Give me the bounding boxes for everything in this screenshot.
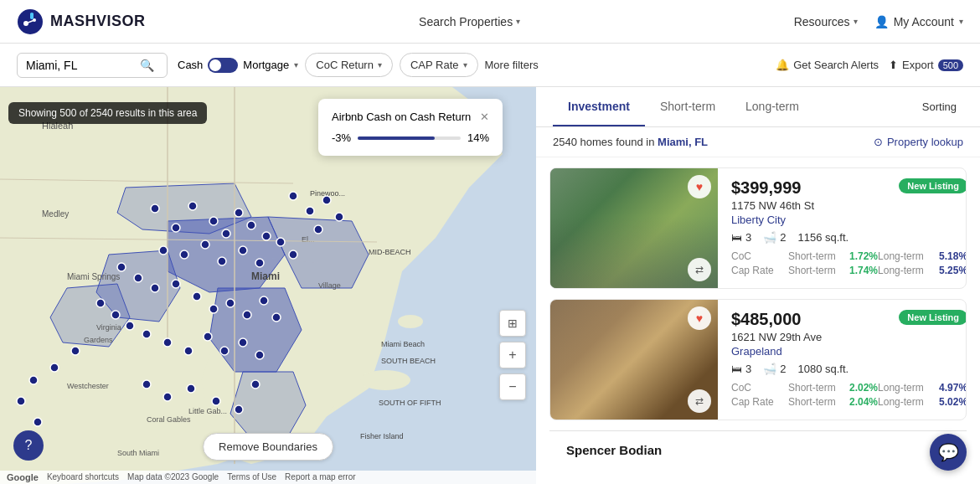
tab-investment[interactable]: Investment [553, 88, 645, 126]
beds-spec-1: 🛏 3 [731, 231, 751, 244]
cap-short-value-2: 2.04% [849, 396, 878, 408]
export-button[interactable]: ⬆ Export 500 [889, 59, 963, 71]
card-neighborhood-1[interactable]: Liberty City [731, 214, 967, 226]
svg-point-75 [142, 380, 151, 389]
coc-short-type-1: Short-term [788, 250, 843, 262]
export-icon: ⬆ [889, 59, 898, 71]
filter-popup-close-icon[interactable]: ✕ [480, 111, 489, 123]
card-details-2: $485,000 New Listing 1621 NW 29th Ave Gr… [728, 300, 967, 420]
get-search-alerts-button[interactable]: 🔔 Get Search Alerts [776, 59, 879, 71]
resources-label: Resources [794, 15, 850, 28]
card-image-1: ♥ ⇄ [550, 168, 718, 288]
card-neighborhood-2[interactable]: Grapeland [731, 345, 967, 358]
card-metrics-2: CoC Short-term 2.02% Long-term 4.97% Cap… [731, 382, 967, 408]
remove-boundaries-button[interactable]: Remove Boundaries [203, 433, 333, 461]
favorite-button-1[interactable]: ♥ [688, 175, 711, 198]
map-controls: ⊞ + − [499, 310, 526, 400]
svg-point-42 [209, 217, 218, 225]
compare-button-2[interactable]: ⇄ [688, 389, 711, 413]
property-lookup-button[interactable]: ⊙ Property lookup [874, 136, 963, 148]
keyboard-shortcuts-link[interactable]: Keyboard shortcuts [47, 472, 119, 482]
svg-point-39 [151, 204, 159, 213]
property-card: ♥ ⇄ $399,999 New Listing 1175 NW 46th St… [549, 167, 967, 289]
compare-button-1[interactable]: ⇄ [688, 258, 711, 281]
resources-button[interactable]: Resources ▾ [794, 15, 858, 28]
map-showing-text: Showing 500 of 2540 results in this area [18, 107, 197, 119]
cap-short-type-1: Short-term [788, 265, 843, 276]
svg-point-83 [29, 376, 38, 384]
svg-point-50 [218, 257, 226, 265]
svg-text:Gardens: Gardens [84, 336, 113, 344]
location-input[interactable] [26, 59, 135, 72]
right-panel-wrapper: Investment Short-term Long-term Sorting … [536, 87, 980, 484]
more-filters-button[interactable]: More filters [485, 54, 539, 76]
sqft-2: 1080 sq.ft. [797, 363, 848, 375]
svg-point-81 [71, 347, 80, 355]
favorite-button-2[interactable]: ♥ [688, 306, 711, 330]
svg-point-48 [180, 250, 188, 259]
new-listing-badge-1: New Listing [899, 178, 967, 193]
cash-mortgage-toggle[interactable] [208, 58, 238, 73]
svg-point-82 [50, 363, 59, 372]
card-address-2: 1621 NW 29th Ave [731, 331, 967, 343]
svg-point-69 [163, 338, 172, 347]
bath-icon-1: 🛁 [763, 231, 776, 244]
card-details-1: $399,999 New Listing 1175 NW 46th St Lib… [728, 168, 967, 288]
svg-point-59 [193, 292, 201, 301]
map-zoom-out-button[interactable]: − [499, 373, 526, 400]
search-icon[interactable]: 🔍 [140, 59, 154, 72]
bed-icon-1: 🛏 [731, 231, 742, 244]
tab-long-term[interactable]: Long-term [730, 88, 814, 126]
cap-metric-1: Cap Rate Short-term 1.74% [731, 265, 878, 276]
svg-point-63 [260, 296, 268, 305]
chat-button[interactable]: 💬 [930, 434, 967, 471]
search-bar: 🔍 Cash Mortgage ▾ CoC Return ▾ CAP Rate … [0, 44, 980, 87]
account-icon: 👤 [874, 15, 889, 28]
map-zoom-in-button[interactable]: + [499, 342, 526, 368]
sqft-1: 1156 sq.ft. [797, 231, 848, 244]
svg-point-46 [262, 232, 271, 240]
filter-popup-header: Airbnb Cash on Cash Return ✕ [332, 111, 489, 123]
map-container[interactable]: Hialeah Medley Miami Springs Virginia Ga… [0, 87, 536, 484]
layers-icon: ⊞ [508, 317, 518, 330]
search-properties-button[interactable]: Search Properties ▾ [412, 12, 527, 32]
svg-point-67 [126, 322, 134, 330]
tab-short-term[interactable]: Short-term [645, 88, 730, 126]
sorting-button[interactable]: Sorting [916, 97, 963, 116]
search-properties-chevron-icon: ▾ [516, 17, 520, 26]
svg-point-55 [117, 263, 126, 271]
search-bar-right: 🔔 Get Search Alerts ⬆ Export 500 [776, 59, 963, 71]
results-count: 2540 homes found in Miami, FL [553, 136, 708, 148]
sqft-spec-1: 1156 sq.ft. [797, 231, 848, 244]
help-button[interactable]: ? [13, 430, 44, 461]
range-track[interactable] [358, 136, 461, 140]
svg-point-66 [111, 311, 120, 319]
filter-popup: Airbnb Cash on Cash Return ✕ -3% 14% [318, 99, 503, 156]
terms-link[interactable]: Terms of Use [227, 472, 276, 482]
svg-point-47 [159, 246, 168, 255]
map-showing-badge: Showing 500 of 2540 results in this area [8, 102, 207, 124]
filter-range-min: -3% [332, 131, 351, 144]
card-image-2: ♥ ⇄ [550, 300, 718, 420]
report-link[interactable]: Report a map error [285, 472, 355, 482]
search-properties-label: Search Properties [419, 15, 513, 28]
coc-return-filter-button[interactable]: CoC Return ▾ [305, 53, 393, 77]
my-account-button[interactable]: 👤 My Account ▾ [874, 15, 963, 28]
svg-text:South Miami: South Miami [117, 449, 159, 457]
beds-count-1: 3 [745, 231, 751, 244]
map-layers-button[interactable]: ⊞ [499, 310, 526, 337]
heart-icon-2: ♥ [696, 312, 703, 325]
svg-point-62 [243, 311, 251, 319]
export-label: Export [902, 59, 934, 71]
export-count: 500 [938, 59, 963, 71]
zoom-in-icon: + [508, 348, 516, 363]
cap-rate-filter-button[interactable]: CAP Rate ▾ [400, 53, 478, 77]
logo: MASHVISOR [17, 8, 146, 35]
svg-text:SOUTH OF FIFTH: SOUTH OF FIFTH [379, 399, 441, 407]
svg-point-51 [239, 246, 247, 255]
svg-point-76 [163, 393, 172, 401]
svg-point-89 [335, 213, 343, 221]
coc-long-type-1: Long-term [878, 250, 932, 262]
card-address-1: 1175 NW 46th St [731, 199, 967, 212]
baths-spec-1: 🛁 2 [763, 231, 786, 244]
